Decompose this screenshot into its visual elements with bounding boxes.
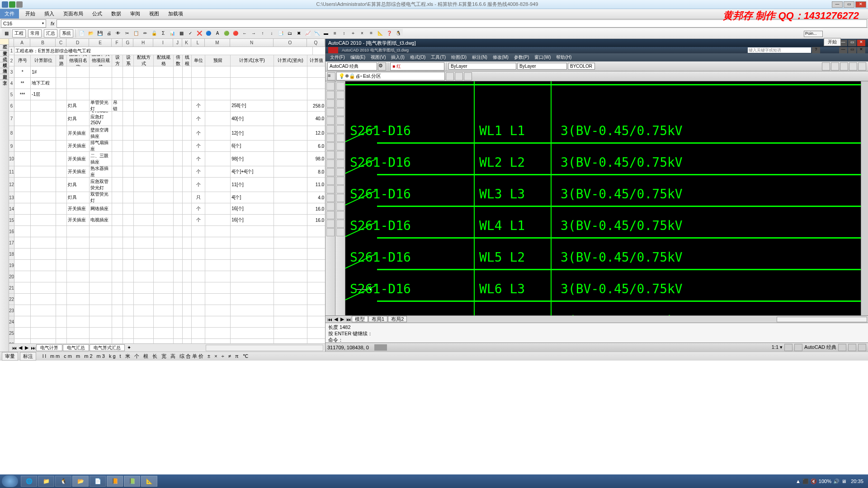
taskbar-folder-icon[interactable]: 📂 xyxy=(72,476,89,487)
cell[interactable] xyxy=(56,328,67,338)
system-dropdown[interactable]: 系统 xyxy=(60,29,73,38)
acad-tool-button[interactable] xyxy=(326,168,335,176)
cell[interactable] xyxy=(56,100,67,111)
cell[interactable] xyxy=(134,141,154,151)
row-header[interactable]: 21 xyxy=(9,282,14,294)
cell[interactable] xyxy=(274,260,307,271)
start-button-overlay[interactable]: 开始 xyxy=(824,38,841,46)
cell[interactable] xyxy=(112,178,123,192)
acad-status-icon[interactable] xyxy=(858,344,866,351)
acad-layout-tab[interactable]: 模型 xyxy=(352,316,368,322)
cell[interactable] xyxy=(274,305,307,316)
select-all-corner[interactable] xyxy=(9,39,14,47)
cell[interactable] xyxy=(112,112,123,126)
cell[interactable] xyxy=(112,294,123,305)
menu-数据[interactable]: 数据 xyxy=(107,9,126,18)
cell[interactable] xyxy=(274,89,307,100)
cell[interactable] xyxy=(183,316,192,327)
cell[interactable] xyxy=(154,215,174,225)
cell[interactable] xyxy=(183,78,192,89)
cell[interactable]: 个 xyxy=(192,100,205,111)
toolbar-icon[interactable]: 🔴 xyxy=(231,29,240,38)
cell[interactable] xyxy=(112,316,123,327)
cell[interactable] xyxy=(174,100,183,111)
cell[interactable] xyxy=(56,271,67,282)
toolbar-icon[interactable]: ▦ xyxy=(177,29,186,38)
acad-tool-button[interactable] xyxy=(326,151,335,159)
cell[interactable] xyxy=(205,260,231,271)
acad-menu-item[interactable]: 绘图(D) xyxy=(448,54,469,61)
cell[interactable]: 开关插座 xyxy=(67,152,90,166)
toolbar-icon[interactable]: A xyxy=(213,29,222,38)
toolbar-icon[interactable]: = xyxy=(367,29,376,38)
cell[interactable]: 个 xyxy=(192,112,205,126)
cell[interactable] xyxy=(192,78,205,89)
new-sheet-icon[interactable]: ✦ xyxy=(127,345,131,351)
cell[interactable] xyxy=(56,126,67,140)
save-icon[interactable] xyxy=(9,1,15,8)
cell[interactable] xyxy=(123,152,134,166)
cell[interactable] xyxy=(56,249,67,259)
cell[interactable] xyxy=(14,152,31,166)
acad-layout-tab[interactable]: 布局2 xyxy=(388,316,407,322)
cell[interactable] xyxy=(183,126,192,140)
cell[interactable] xyxy=(231,89,274,100)
cell[interactable] xyxy=(123,249,134,259)
cell[interactable] xyxy=(231,271,274,282)
cell[interactable] xyxy=(67,78,90,89)
acad-tool-icon[interactable] xyxy=(822,62,830,70)
cell[interactable] xyxy=(183,192,192,203)
cell[interactable] xyxy=(90,316,112,327)
cell[interactable] xyxy=(192,282,205,293)
cell[interactable] xyxy=(14,316,31,327)
cell[interactable] xyxy=(112,89,123,100)
cell[interactable] xyxy=(183,66,192,77)
cell[interactable] xyxy=(192,328,205,338)
cell[interactable] xyxy=(67,260,90,271)
taskbar-acad-icon[interactable]: 📐 xyxy=(141,476,157,487)
tray-icon[interactable]: ⬛ xyxy=(802,479,809,484)
cell[interactable] xyxy=(154,141,174,151)
cell[interactable]: 8.0 xyxy=(307,166,325,177)
cell[interactable] xyxy=(192,294,205,305)
cell[interactable] xyxy=(112,203,123,214)
acad-doc-min[interactable]: — xyxy=(839,47,847,53)
cell[interactable] xyxy=(31,316,56,327)
cell[interactable] xyxy=(274,192,307,203)
cell[interactable] xyxy=(112,282,123,293)
toolbar-icon[interactable]: 📊 xyxy=(168,29,177,38)
maximize-button[interactable]: ▭ xyxy=(844,1,854,8)
col-header[interactable]: J xyxy=(173,39,182,47)
cell[interactable]: 11.0 xyxy=(307,178,325,192)
cell[interactable] xyxy=(174,260,183,271)
toolbar-icon[interactable]: ✖ xyxy=(294,29,303,38)
toolbar-icon[interactable]: ✏ xyxy=(141,29,150,38)
cell[interactable] xyxy=(192,271,205,282)
cell[interactable] xyxy=(90,89,112,100)
cell[interactable]: 6[个] xyxy=(231,141,274,151)
toolbar-icon[interactable]: 🐧 xyxy=(394,29,403,38)
acad-logo-icon[interactable] xyxy=(328,47,338,53)
cell[interactable] xyxy=(183,226,192,237)
side-tab-模板[interactable]: 模板 xyxy=(0,56,9,62)
acad-tool-button[interactable] xyxy=(336,82,344,90)
cell[interactable] xyxy=(90,339,112,343)
toolbar-icon[interactable]: ▦ xyxy=(2,29,11,38)
cell[interactable] xyxy=(134,328,154,338)
acad-tool-button[interactable] xyxy=(336,185,344,193)
project-dropdown[interactable]: 工程 xyxy=(12,29,26,38)
cell[interactable] xyxy=(274,226,307,237)
acad-layer-icon[interactable]: ≡ xyxy=(327,72,335,80)
file-menu[interactable]: 文件 xyxy=(0,9,19,19)
toolbar-icon[interactable]: ÷ xyxy=(349,29,358,38)
col-header[interactable]: M xyxy=(205,39,230,47)
cell[interactable] xyxy=(205,271,231,282)
cell[interactable]: 个 xyxy=(192,166,205,177)
horizontal-scrollbar[interactable] xyxy=(206,345,323,351)
tray-clock[interactable]: 20:35 xyxy=(848,479,866,484)
cell[interactable] xyxy=(90,305,112,316)
toolbar-icon[interactable]: 🖨 xyxy=(104,29,113,38)
cell[interactable] xyxy=(14,112,31,126)
cell[interactable] xyxy=(14,282,31,293)
cell[interactable] xyxy=(274,152,307,166)
